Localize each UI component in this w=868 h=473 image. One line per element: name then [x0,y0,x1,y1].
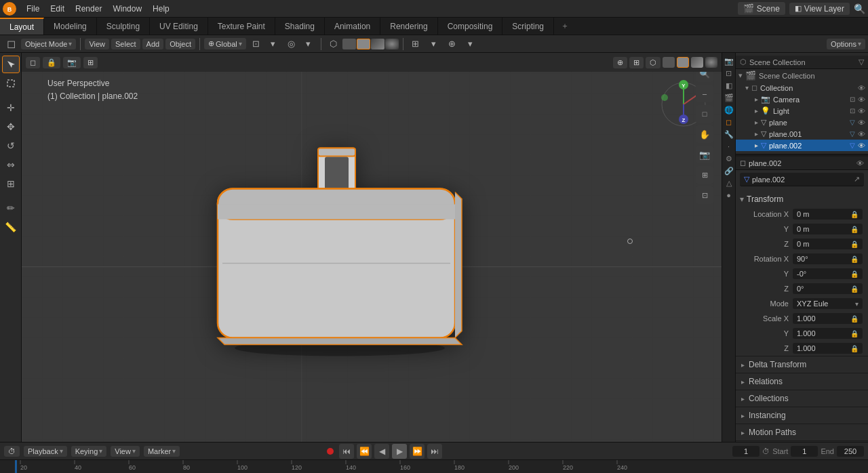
measure-tool[interactable]: 📏 [2,218,20,236]
location-x-lock[interactable]: 🔒 [850,211,859,218]
object-mode-selector[interactable]: Object Mode ▾ [21,39,76,49]
frame-end-input[interactable]: 250 [837,446,864,457]
proportional-options[interactable]: ▾ [300,37,317,52]
toolbar-view[interactable]: View [85,39,109,49]
box-select-tool[interactable] [2,75,20,92]
add-workspace-button[interactable]: ＋ [554,18,576,35]
menu-edit[interactable]: Edit [45,3,69,15]
shading-wireframe[interactable] [342,39,356,49]
rotation-z-value[interactable]: 0° 🔒 [793,283,863,294]
toolbar-object[interactable]: Object [165,39,195,49]
perspective-ortho[interactable]: ⊞ [696,166,713,184]
shading-wire-vp[interactable] [663,57,675,68]
outliner-plane[interactable]: ▸ ▽ plane ▽ 👁 [736,117,868,128]
toolbar-select[interactable]: Select [111,39,140,49]
transform-header[interactable]: ▾ Transform [736,192,868,207]
jump-end-button[interactable]: ⏭ [427,444,442,459]
gizmos-options[interactable]: ▾ [462,37,479,52]
current-frame-input[interactable]: 1 [732,446,760,457]
tab-layout[interactable]: Layout [0,18,44,35]
tab-rendering[interactable]: Rendering [380,18,437,35]
outliner-camera[interactable]: ▸ 📷 Camera ⊡ 👁 [736,94,868,105]
prop-tab-physics[interactable]: ⚙ [724,153,734,164]
location-z-value[interactable]: 0 m 🔒 [793,239,863,249]
collections-header[interactable]: ▸ Collections [736,390,868,407]
menu-file[interactable]: File [22,3,44,15]
collection-visibility[interactable]: 👁 [858,84,865,92]
prop-tab-constraints[interactable]: 🔗 [724,165,734,176]
shading-solid[interactable] [357,39,370,49]
tab-texture-paint[interactable]: Texture Paint [208,18,275,35]
prop-tab-world[interactable]: 🌐 [724,104,734,115]
scale-x-value[interactable]: 1.000 🔒 [793,313,863,324]
menu-render[interactable]: Render [71,3,106,15]
rotate-tool[interactable]: ↺ [2,137,20,155]
shading-mat-vp[interactable] [691,57,703,68]
scale-z-value[interactable]: 1.000 🔒 [793,343,863,354]
viewport-lock[interactable]: 🔒 [43,57,60,68]
transform-orientation[interactable]: ⊕ Global ▾ [204,38,246,49]
scene-collection-root[interactable]: ▾ 🎬 Scene Collection [736,69,868,82]
play-button[interactable]: ▶ [392,444,407,459]
scale-y-lock[interactable]: 🔒 [850,330,859,337]
tab-scripting[interactable]: Scripting [502,18,554,35]
annotate-tool[interactable]: ✏ [2,199,20,217]
shading-material[interactable] [371,39,384,49]
options-button[interactable]: Options ▾ [827,39,865,49]
camera-visibility[interactable]: 👁 [858,96,865,104]
tab-modeling[interactable]: Modeling [44,18,97,35]
menu-window[interactable]: Window [108,3,146,15]
timeline-playback[interactable]: Playback ▾ [24,446,67,457]
light-visibility[interactable]: 👁 [858,107,865,115]
viewport-options[interactable]: ⊞ [83,57,98,68]
rotation-y-lock[interactable]: 🔒 [850,270,859,278]
scale-x-lock[interactable]: 🔒 [850,315,859,323]
tab-compositing[interactable]: Compositing [438,18,503,35]
snap-options[interactable]: ▾ [265,37,281,52]
object-name-eye[interactable]: 👁 [856,159,864,167]
rotation-mode-dropdown[interactable]: XYZ Eule ▾ [793,298,863,309]
filter-button[interactable]: ▽ [859,58,864,66]
zoom-extents[interactable]: □ [696,105,713,123]
mesh-name-options[interactable]: ↗ [854,175,860,184]
prop-tab-output[interactable]: ⊡ [724,68,734,79]
prop-tab-particles[interactable]: · [724,141,734,152]
prev-frame-button[interactable]: ⏪ [357,444,372,459]
view-all[interactable]: ⊡ [696,186,713,204]
tab-sculpting[interactable]: Sculpting [97,18,150,35]
timeline-ruler[interactable]: 20 40 60 80 100 120 140 160 180 200 220 … [0,459,868,473]
outliner-plane001[interactable]: ▸ ▽ plane.001 ▽ 👁 [736,128,868,140]
pan-button[interactable]: ✋ [696,125,713,143]
editor-type-button[interactable]: ◻ [3,37,19,52]
plane002-visibility[interactable]: 👁 [858,142,865,150]
camera-view[interactable]: 📷 [696,146,713,163]
collection-item[interactable]: ▾ ◻ Collection 👁 [736,82,868,94]
motion-paths-header[interactable]: ▸ Motion Paths [736,424,868,440]
toggle-xray[interactable]: ⬡ [326,37,342,52]
timeline-marker[interactable]: Marker ▾ [144,446,180,457]
location-y-value[interactable]: 0 m 🔒 [793,224,863,234]
shading-solid-vp[interactable] [677,57,689,68]
visibility-header[interactable]: ▸ Visibility [736,441,868,442]
workspace-scene-name[interactable]: 🎬 Scene [738,2,785,15]
instancing-header[interactable]: ▸ Instancing [736,407,868,424]
scale-z-lock[interactable]: 🔒 [850,345,859,352]
relations-header[interactable]: ▸ Relations [736,373,868,390]
transform-tool[interactable]: ⊞ [2,175,20,192]
outliner-plane002[interactable]: ▸ ▽ plane.002 ▽ 👁 [736,140,868,151]
shading-render-vp[interactable] [705,57,717,68]
delta-transform-header[interactable]: ▸ Delta Transform [736,356,868,373]
next-frame-button[interactable]: ⏩ [410,444,425,459]
tab-uv-editing[interactable]: UV Editing [150,18,208,35]
shading-rendered[interactable] [385,39,399,49]
rotation-x-value[interactable]: 90° 🔒 [793,253,863,264]
location-x-value[interactable]: 0 m 🔒 [793,209,863,220]
prop-tab-data[interactable]: △ [724,178,734,188]
prop-tab-materials[interactable]: ● [724,190,734,201]
viewport-gizmo-toggle[interactable]: ⊕ [613,57,627,68]
plane001-visibility[interactable]: 👁 [858,130,865,138]
prop-tab-view-layer[interactable]: ◧ [724,80,734,91]
move-tool[interactable]: ✥ [2,118,20,136]
scale-tool[interactable]: ⇔ [2,156,20,173]
frame-start-input[interactable]: 1 [791,446,818,457]
